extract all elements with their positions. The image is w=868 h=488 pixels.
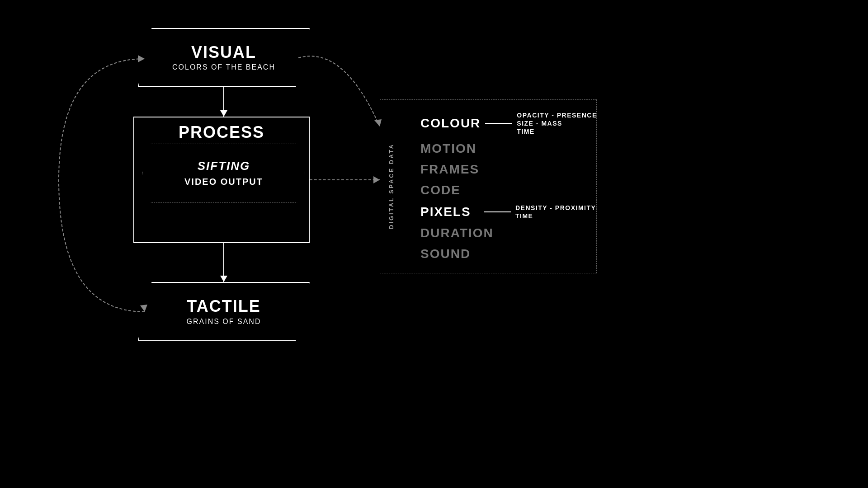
process-title: PROCESS [134,117,309,145]
tactile-node: TACTILE GRAINS OF SAND [138,282,310,341]
duration-label: DURATION [420,226,494,240]
data-items-list: COLOUR OPACITY - PRESENCE SIZE - MASS TI… [416,99,624,273]
data-item-frames: FRAMES [420,162,619,177]
digital-space-label: DIGITAL SPACE DATA [388,143,395,229]
data-item-duration: DURATION [420,226,619,240]
diagram-container: VISUAL COLORS OF THE BEACH PROCESS SIFTI… [0,0,868,488]
colour-connector-line [485,123,512,124]
colour-annotation-1: OPACITY - PRESENCE [517,112,597,119]
sifting-label: SIFTING [198,159,250,173]
pixels-annotation-2: TIME [515,212,596,220]
pixels-annotations: DENSITY - PROXIMITY TIME [515,204,596,220]
data-item-motion: MOTION [420,141,619,156]
video-output-label: VIDEO OUTPUT [184,177,263,187]
digital-label-container: DIGITAL SPACE DATA [384,99,398,273]
tactile-title: TACTILE [187,297,260,316]
svg-marker-3 [220,276,227,282]
svg-marker-1 [220,110,227,117]
visual-title: VISUAL [191,43,256,61]
svg-marker-7 [373,176,380,183]
code-label: CODE [420,183,479,197]
colour-label: COLOUR [420,116,481,131]
sound-label: SOUND [420,247,479,261]
data-item-code: CODE [420,183,619,197]
colour-annotation-3: TIME [517,128,597,135]
visual-node: VISUAL COLORS OF THE BEACH [138,28,310,87]
sifting-node: SIFTING VIDEO OUTPUT [142,144,305,202]
frames-label: FRAMES [420,162,479,177]
pixels-label: PIXELS [420,205,479,219]
data-item-colour: COLOUR OPACITY - PRESENCE SIZE - MASS TI… [420,112,619,135]
motion-label: MOTION [420,141,479,156]
data-item-pixels: PIXELS DENSITY - PROXIMITY TIME [420,204,619,220]
colour-annotation-2: SIZE - MASS [517,120,597,127]
pixels-annotation-1: DENSITY - PROXIMITY [515,204,596,211]
data-item-sound: SOUND [420,247,619,261]
tactile-subtitle: GRAINS OF SAND [187,318,261,326]
pixels-connector-line [484,211,511,212]
colour-annotations: OPACITY - PRESENCE SIZE - MASS TIME [517,112,597,135]
visual-subtitle: COLORS OF THE BEACH [172,63,275,71]
